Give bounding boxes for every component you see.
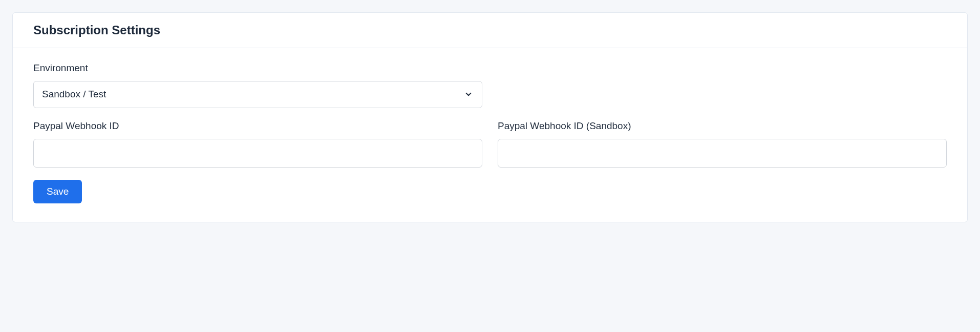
settings-card: Subscription Settings Environment Sandbo… (12, 12, 968, 222)
webhook-id-group: Paypal Webhook ID (33, 120, 482, 168)
card-body: Environment Sandbox / Test Paypal Webhoo… (13, 48, 967, 222)
card-header: Subscription Settings (13, 13, 967, 48)
card-title: Subscription Settings (33, 23, 947, 37)
save-button[interactable]: Save (33, 180, 82, 203)
webhook-id-sandbox-input[interactable] (498, 139, 947, 168)
webhook-id-sandbox-group: Paypal Webhook ID (Sandbox) (498, 120, 947, 168)
environment-label: Environment (33, 63, 482, 74)
webhook-id-label: Paypal Webhook ID (33, 120, 482, 132)
environment-select-wrapper: Sandbox / Test (33, 81, 482, 108)
webhook-row: Paypal Webhook ID Paypal Webhook ID (San… (33, 120, 947, 168)
webhook-id-sandbox-label: Paypal Webhook ID (Sandbox) (498, 120, 947, 132)
webhook-id-input[interactable] (33, 139, 482, 168)
environment-group: Environment Sandbox / Test (33, 63, 482, 108)
environment-select[interactable]: Sandbox / Test (33, 81, 482, 108)
